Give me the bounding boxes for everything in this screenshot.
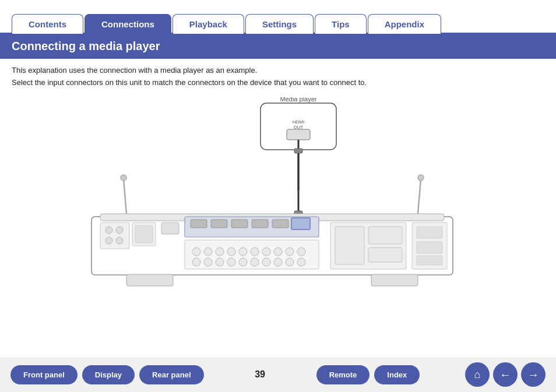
page-description: This explanation uses the connection wit… [0, 59, 556, 91]
svg-rect-57 [417, 227, 442, 238]
svg-point-19 [116, 237, 123, 244]
connection-diagram: HDMI OUT Media player [68, 97, 488, 295]
bottom-right-icons: ⌂ ← → [465, 362, 546, 387]
svg-point-12 [121, 175, 126, 181]
svg-point-37 [251, 248, 259, 256]
svg-point-41 [297, 248, 305, 256]
tab-appendix[interactable]: Appendix [368, 14, 441, 34]
svg-point-45 [227, 258, 235, 266]
svg-point-38 [262, 248, 270, 256]
svg-rect-59 [417, 256, 442, 265]
svg-text:HDMI: HDMI [293, 119, 304, 125]
tab-playback[interactable]: Playback [173, 14, 244, 34]
svg-point-50 [286, 258, 294, 266]
svg-rect-1 [287, 129, 310, 140]
arrow-left-icon: ← [499, 368, 511, 382]
svg-rect-30 [291, 218, 310, 229]
svg-rect-55 [368, 248, 402, 262]
nav-tabs: Contents Connections Playback Settings T… [0, 0, 556, 34]
svg-point-48 [262, 258, 270, 266]
svg-point-34 [216, 248, 224, 256]
svg-rect-60 [126, 274, 173, 286]
svg-point-14 [418, 175, 424, 181]
svg-point-42 [192, 258, 200, 266]
svg-point-33 [204, 248, 212, 256]
svg-line-13 [418, 179, 421, 214]
svg-point-51 [297, 258, 305, 266]
svg-point-16 [105, 227, 112, 234]
tab-contents[interactable]: Contents [12, 14, 83, 34]
tab-connections[interactable]: Connections [85, 14, 171, 34]
svg-rect-53 [335, 227, 364, 264]
svg-point-40 [286, 248, 294, 256]
svg-line-11 [124, 179, 126, 214]
svg-point-49 [274, 258, 282, 266]
remote-button[interactable]: Remote [316, 365, 370, 384]
svg-rect-28 [272, 220, 288, 228]
page-title: Connecting a media player [0, 34, 556, 59]
svg-point-18 [105, 237, 112, 244]
svg-rect-15 [100, 223, 129, 249]
rear-panel-button[interactable]: Rear panel [139, 365, 203, 384]
svg-rect-24 [191, 220, 207, 228]
svg-rect-26 [231, 220, 248, 228]
svg-rect-21 [135, 225, 153, 243]
tab-tips[interactable]: Tips [315, 14, 367, 34]
svg-text:OUT: OUT [294, 125, 304, 130]
svg-rect-27 [252, 220, 268, 228]
index-button[interactable]: Index [374, 365, 420, 384]
svg-point-46 [239, 258, 247, 266]
front-panel-button[interactable]: Front panel [10, 365, 78, 384]
svg-point-47 [251, 258, 259, 266]
svg-rect-61 [371, 274, 418, 286]
tab-settings[interactable]: Settings [245, 14, 314, 34]
svg-point-32 [192, 248, 200, 256]
display-button[interactable]: Display [82, 365, 135, 384]
svg-point-35 [227, 248, 235, 256]
svg-rect-58 [417, 242, 442, 253]
diagram-area: HDMI OUT Media player [0, 91, 556, 301]
svg-point-36 [239, 248, 247, 256]
svg-rect-25 [211, 220, 227, 228]
svg-rect-22 [161, 223, 179, 234]
svg-rect-54 [368, 227, 402, 244]
forward-button[interactable]: → [521, 362, 546, 387]
page-number: 39 [255, 369, 265, 380]
svg-point-43 [204, 258, 212, 266]
home-button[interactable]: ⌂ [465, 362, 490, 387]
svg-text:Media player: Media player [280, 97, 317, 103]
back-button[interactable]: ← [493, 362, 518, 387]
bottom-bar: Front panel Display Rear panel 39 Remote… [0, 357, 556, 392]
svg-point-44 [216, 258, 224, 266]
svg-point-39 [274, 248, 282, 256]
home-icon: ⌂ [474, 369, 481, 381]
bottom-left-buttons: Front panel Display Rear panel [10, 365, 204, 384]
svg-rect-6 [294, 149, 302, 153]
svg-point-17 [116, 227, 123, 234]
arrow-right-icon: → [527, 368, 539, 382]
